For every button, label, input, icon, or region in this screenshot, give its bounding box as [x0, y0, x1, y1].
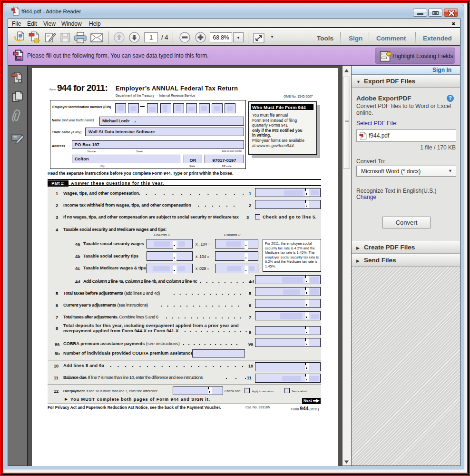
svg-text:?: ? — [449, 95, 451, 101]
